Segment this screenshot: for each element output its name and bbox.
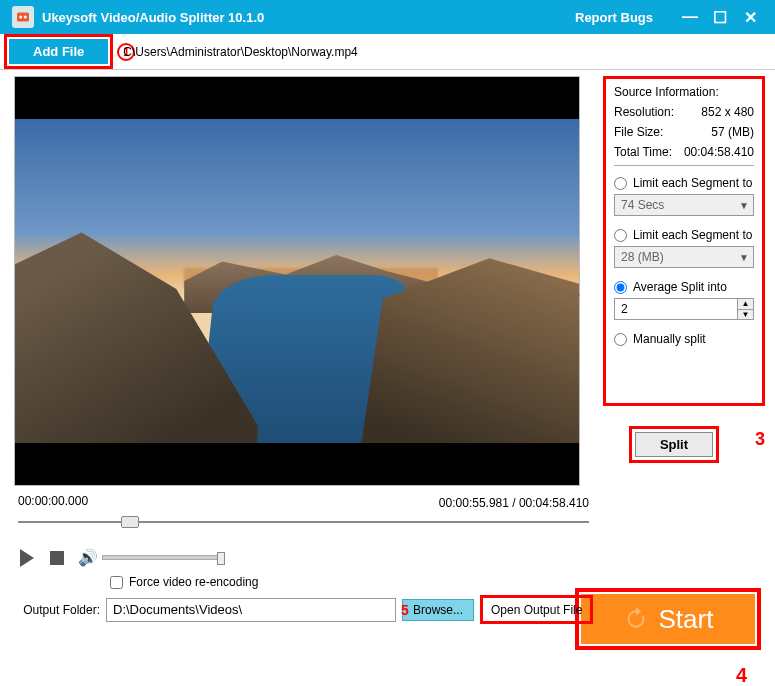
volume-thumb[interactable] xyxy=(217,552,225,565)
play-button[interactable] xyxy=(18,549,36,567)
left-panel: 00:00:00.000 00:00:55.981 / 00:04:58.410… xyxy=(14,76,593,567)
split-button[interactable]: Split xyxy=(635,432,713,457)
filesize-label: File Size: xyxy=(614,125,663,139)
bottom-panel: Force video re-encoding Output Folder: B… xyxy=(0,567,775,660)
right-panel: Source Information: Resolution:852 x 480… xyxy=(603,76,765,567)
video-preview[interactable] xyxy=(14,76,580,486)
video-frame xyxy=(15,119,579,443)
report-bugs-link[interactable]: Report Bugs xyxy=(575,10,653,25)
stop-button[interactable] xyxy=(48,549,66,567)
volume-icon: 🔊 xyxy=(78,548,98,567)
titlebar: Ukeysoft Video/Audio Splitter 10.1.0 Rep… xyxy=(0,0,775,34)
opt-avg-split[interactable]: Average Split into xyxy=(614,280,754,294)
file-path: \Users\Administrator\Desktop\Norway.mp4 xyxy=(132,45,358,59)
resolution-value: 852 x 480 xyxy=(701,105,754,119)
app-title: Ukeysoft Video/Audio Splitter 10.1.0 xyxy=(42,10,575,25)
annotation-3: 3 xyxy=(755,429,765,450)
annotation-4: 4 xyxy=(736,664,747,686)
force-reencode[interactable]: Force video re-encoding xyxy=(110,575,761,589)
totaltime-label: Total Time: xyxy=(614,145,672,159)
force-reencode-label: Force video re-encoding xyxy=(129,575,258,589)
close-button[interactable]: ✕ xyxy=(737,4,763,30)
opt-seg-size-label: Limit each Segment to xyxy=(633,228,752,242)
start-button[interactable]: Start xyxy=(581,594,755,644)
time-total: 00:00:55.981 / 00:04:58.410 xyxy=(14,496,589,510)
totaltime-value: 00:04:58.410 xyxy=(684,145,754,159)
seg-size-value: 28 (MB) xyxy=(621,250,664,264)
opt-manual-label: Manually split xyxy=(633,332,706,346)
svg-rect-0 xyxy=(17,13,29,22)
opt-avg-label: Average Split into xyxy=(633,280,727,294)
chevron-down-icon: ▼ xyxy=(739,252,749,263)
resolution-label: Resolution: xyxy=(614,105,674,119)
file-path-prefix: C xyxy=(123,45,132,59)
start-label: Start xyxy=(659,604,714,635)
annotation-5: 5 xyxy=(401,602,409,618)
seg-time-combo[interactable]: 74 Secs▼ xyxy=(614,194,754,216)
opt-seg-time[interactable]: Limit each Segment to xyxy=(614,176,754,190)
top-bar: Add File 1 C \Users\Administrator\Deskto… xyxy=(0,34,775,70)
seek-slider[interactable] xyxy=(18,514,589,530)
maximize-button[interactable]: ☐ xyxy=(707,4,733,30)
spinner-down[interactable]: ▼ xyxy=(738,310,753,320)
info-title: Source Information: xyxy=(614,85,754,99)
opt-manual[interactable]: Manually split xyxy=(614,332,754,346)
info-panel: Source Information: Resolution:852 x 480… xyxy=(603,76,765,406)
add-file-button[interactable]: Add File xyxy=(9,39,108,64)
opt-seg-time-label: Limit each Segment to xyxy=(633,176,752,190)
app-icon xyxy=(12,6,34,28)
avg-split-value: 2 xyxy=(615,299,737,319)
avg-split-spinner[interactable]: 2 ▲▼ xyxy=(614,298,754,320)
chevron-down-icon: ▼ xyxy=(739,200,749,211)
output-folder-label: Output Folder: xyxy=(14,603,100,617)
spinner-up[interactable]: ▲ xyxy=(738,299,753,310)
filesize-value: 57 (MB) xyxy=(711,125,754,139)
output-folder-input[interactable] xyxy=(106,598,396,622)
open-output-button[interactable]: Open Output File xyxy=(485,601,588,619)
minimize-button[interactable]: — xyxy=(677,4,703,30)
svg-point-2 xyxy=(24,16,27,19)
svg-point-1 xyxy=(19,16,22,19)
seek-thumb[interactable] xyxy=(121,516,139,528)
seg-time-value: 74 Secs xyxy=(621,198,664,212)
opt-seg-size[interactable]: Limit each Segment to xyxy=(614,228,754,242)
refresh-icon xyxy=(623,606,649,632)
volume-slider[interactable] xyxy=(102,555,222,560)
seg-size-combo[interactable]: 28 (MB)▼ xyxy=(614,246,754,268)
browse-button[interactable]: Browse... xyxy=(402,599,474,621)
